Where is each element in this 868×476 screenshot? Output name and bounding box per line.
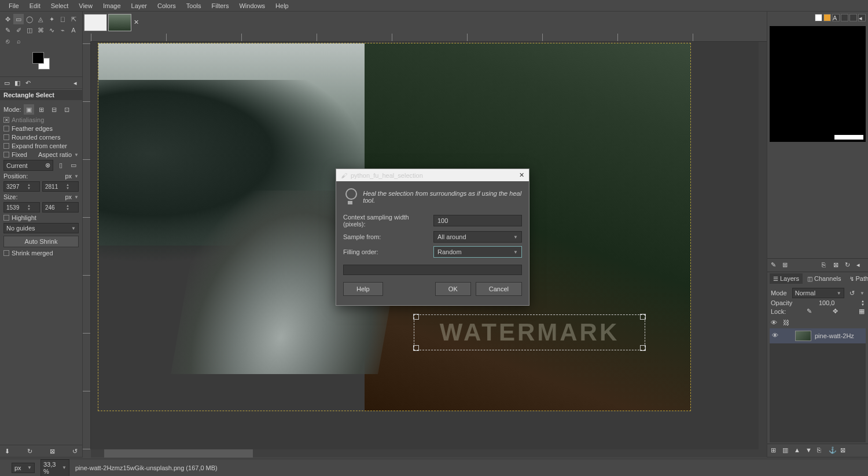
menu-image[interactable]: Image xyxy=(98,1,126,11)
navigation-preview[interactable] xyxy=(770,26,866,142)
color-picker-tool-icon[interactable]: ⎋ xyxy=(2,36,13,46)
tab-menu-icon[interactable]: ◂ xyxy=(858,14,866,21)
ok-button[interactable]: OK xyxy=(435,282,471,296)
rect-select-tool-icon[interactable]: ▭ xyxy=(13,14,24,24)
antialiasing-checkbox[interactable] xyxy=(3,117,9,123)
menu-tools[interactable]: Tools xyxy=(181,1,207,11)
save-options-icon[interactable]: ⬇ xyxy=(2,446,12,456)
duplicate-icon[interactable]: ⎘ xyxy=(822,261,830,269)
delete-layer-icon[interactable]: ⊠ xyxy=(840,446,848,455)
mode-replace-icon[interactable]: ▣ xyxy=(24,104,34,115)
menu-layer[interactable]: Layer xyxy=(126,1,153,11)
brushes-tab-icon[interactable] xyxy=(815,14,822,21)
restore-options-icon[interactable]: ↻ xyxy=(25,446,34,456)
aspect-landscape-icon[interactable]: ▭ xyxy=(68,160,79,171)
menu-colors[interactable]: Colors xyxy=(152,1,181,11)
refresh-icon[interactable]: ↻ xyxy=(845,261,853,269)
cancel-button[interactable]: Cancel xyxy=(476,282,522,296)
new-icon[interactable]: ⊞ xyxy=(782,261,790,269)
ellipse-select-tool-icon[interactable]: ◯ xyxy=(24,14,35,24)
mode-reset-icon[interactable]: ↺ xyxy=(849,290,855,297)
reset-options-icon[interactable]: ↺ xyxy=(71,446,80,456)
layer-item[interactable]: 👁 pine-watt-2Hz xyxy=(770,328,866,343)
menu-help[interactable]: Help xyxy=(270,1,294,11)
feather-checkbox[interactable] xyxy=(3,126,9,131)
delete-icon[interactable]: ⊠ xyxy=(833,261,841,269)
position-x-input[interactable]: ▲▼ xyxy=(3,181,40,192)
duplicate-layer-icon[interactable]: ⎘ xyxy=(817,446,825,455)
ruler-vertical[interactable] xyxy=(83,42,91,449)
clone-tool-icon[interactable]: ⌘ xyxy=(35,25,46,35)
guides-select[interactable]: No guides▼ xyxy=(3,223,79,233)
opacity-value[interactable]: 100,0 xyxy=(819,299,835,306)
scrollbar-horizontal[interactable] xyxy=(91,449,767,457)
color-swatch[interactable] xyxy=(32,52,82,73)
chevron-down-icon[interactable]: ▼ xyxy=(74,152,79,158)
chevron-down-icon[interactable]: ▼ xyxy=(74,195,79,200)
anchor-layer-icon[interactable]: ⚓ xyxy=(829,446,837,455)
mode-add-icon[interactable]: ⊞ xyxy=(36,104,47,115)
shrink-merged-checkbox[interactable] xyxy=(3,250,9,256)
chevron-down-icon[interactable]: ▼ xyxy=(860,291,865,296)
device-status-tab-icon[interactable]: ◧ xyxy=(13,78,22,87)
lock-position-icon[interactable]: ✥ xyxy=(833,307,838,315)
transform-tool-icon[interactable]: ⇱ xyxy=(68,14,79,24)
lock-alpha-icon[interactable]: ▦ xyxy=(859,307,865,315)
fonts-tab-icon[interactable]: A xyxy=(832,14,840,21)
unit-select[interactable]: px▼ xyxy=(12,463,35,473)
size-h-input[interactable]: ▲▼ xyxy=(42,202,79,213)
help-button[interactable]: Help xyxy=(343,282,383,296)
document-tab-icon[interactable] xyxy=(849,14,857,21)
sample-from-select[interactable]: All around▼ xyxy=(433,231,522,243)
tool-options-tab-icon[interactable]: ▭ xyxy=(2,78,12,87)
highlight-checkbox[interactable] xyxy=(3,215,9,221)
scrollbar-vertical[interactable] xyxy=(759,42,767,449)
new-layer-icon[interactable]: ⊞ xyxy=(771,446,779,455)
chevron-down-icon[interactable]: ▼ xyxy=(74,174,79,179)
layers-tab[interactable]: ☰Layers xyxy=(770,273,803,284)
delete-options-icon[interactable]: ⊠ xyxy=(48,446,57,456)
fixed-checkbox[interactable] xyxy=(3,152,9,158)
auto-shrink-button[interactable]: Auto Shrink xyxy=(3,236,79,247)
free-select-tool-icon[interactable]: ◬ xyxy=(35,14,46,24)
position-y-input[interactable]: ▲▼ xyxy=(42,181,79,192)
layer-name[interactable]: pine-watt-2Hz xyxy=(815,332,854,339)
raise-layer-icon[interactable]: ▲ xyxy=(794,446,802,455)
crop-tool-icon[interactable]: ⎕ xyxy=(57,14,68,24)
lower-layer-icon[interactable]: ▼ xyxy=(806,446,814,455)
text-tool-icon[interactable]: A xyxy=(68,25,79,35)
mode-subtract-icon[interactable]: ⊟ xyxy=(49,104,60,115)
image-tab-1[interactable] xyxy=(84,14,107,31)
patterns-tab-icon[interactable] xyxy=(823,14,831,21)
menu-edit[interactable]: Edit xyxy=(24,1,46,11)
lock-pixels-icon[interactable]: ✎ xyxy=(807,307,812,315)
blend-mode-select[interactable]: Normal▼ xyxy=(792,288,844,298)
fg-color[interactable] xyxy=(32,52,44,64)
paths-tab[interactable]: ↯Paths xyxy=(846,273,868,284)
paintbrush-tool-icon[interactable]: ✎ xyxy=(2,25,13,35)
rounded-checkbox[interactable] xyxy=(3,134,9,140)
undo-history-tab-icon[interactable]: ↶ xyxy=(23,78,32,87)
fuzzy-select-tool-icon[interactable]: ✦ xyxy=(46,14,57,24)
menu-view[interactable]: View xyxy=(73,1,98,11)
close-tab-icon[interactable]: ✕ xyxy=(134,19,142,27)
size-w-input[interactable]: ▲▼ xyxy=(3,202,40,213)
pencil-tool-icon[interactable]: ✐ xyxy=(13,25,24,35)
mode-intersect-icon[interactable]: ⊡ xyxy=(62,104,72,115)
zoom-tool-icon[interactable]: ⌕ xyxy=(13,36,24,46)
eye-icon[interactable]: 👁 xyxy=(772,332,780,340)
sampling-width-input[interactable] xyxy=(433,215,522,226)
move-tool-icon[interactable]: ✥ xyxy=(2,14,13,24)
history-tab-icon[interactable] xyxy=(841,14,848,21)
channels-tab[interactable]: ◫Channels xyxy=(804,273,844,284)
edit-icon[interactable]: ✎ xyxy=(771,261,779,269)
filling-order-select[interactable]: Random▼ xyxy=(433,246,522,258)
menu-icon[interactable]: ◂ xyxy=(856,261,865,269)
tab-menu-icon[interactable]: ◂ xyxy=(71,78,80,87)
layer-thumbnail[interactable] xyxy=(795,331,811,341)
eraser-tool-icon[interactable]: ◫ xyxy=(24,25,35,35)
menu-select[interactable]: Select xyxy=(46,1,74,11)
menu-filters[interactable]: Filters xyxy=(207,1,234,11)
dialog-titlebar[interactable]: 🖌python_fu_heal_selection ✕ xyxy=(336,169,529,181)
zoom-select[interactable]: 33,3 %▼ xyxy=(41,459,69,477)
